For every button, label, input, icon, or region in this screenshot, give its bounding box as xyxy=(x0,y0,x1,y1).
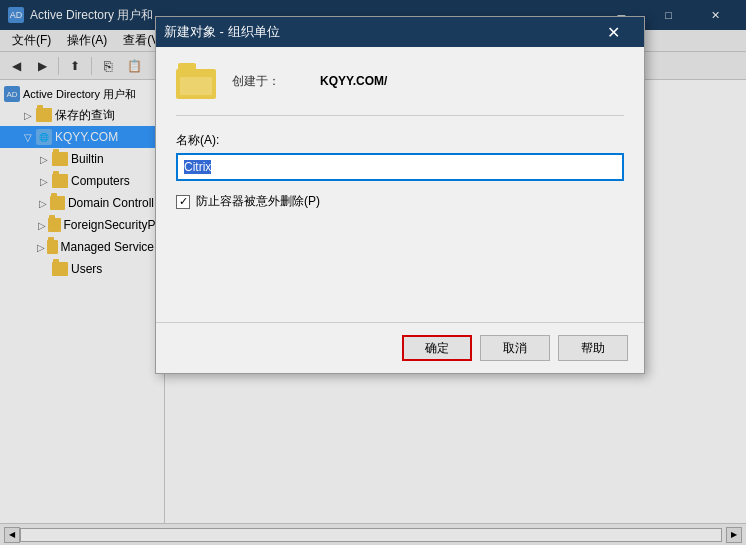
dialog-spacer xyxy=(176,226,624,306)
created-at-label: 创建于： xyxy=(232,73,280,90)
name-input[interactable] xyxy=(178,155,622,179)
modal-body: 创建于： KQYY.COM/ 名称(A): 防止容器被意外删除(P) xyxy=(156,47,644,322)
cancel-button[interactable]: 取消 xyxy=(480,335,550,361)
modal-titlebar: 新建对象 - 组织单位 ✕ xyxy=(156,17,644,47)
modal-header-section: 创建于： KQYY.COM/ xyxy=(176,63,624,116)
name-label: 名称(A): xyxy=(176,132,624,149)
modal-folder-icon xyxy=(176,63,216,99)
modal-path-info: 创建于： KQYY.COM/ xyxy=(232,73,387,90)
checkbox-label: 防止容器被意外删除(P) xyxy=(196,193,320,210)
created-at-value: KQYY.COM/ xyxy=(320,74,387,88)
modal-footer: 确定 取消 帮助 xyxy=(156,322,644,373)
modal-overlay: 新建对象 - 组织单位 ✕ 创建于： KQYY.COM/ xyxy=(0,0,746,545)
folder-shine xyxy=(180,77,212,95)
modal-close-button[interactable]: ✕ xyxy=(590,17,636,47)
name-input-wrapper xyxy=(176,153,624,181)
new-object-dialog: 新建对象 - 组织单位 ✕ 创建于： KQYY.COM/ xyxy=(155,16,645,374)
name-field-row: 名称(A): xyxy=(176,132,624,181)
protect-checkbox[interactable] xyxy=(176,195,190,209)
folder-body xyxy=(176,69,216,99)
ok-button[interactable]: 确定 xyxy=(402,335,472,361)
modal-title: 新建对象 - 组织单位 xyxy=(164,23,590,41)
help-button[interactable]: 帮助 xyxy=(558,335,628,361)
checkbox-row: 防止容器被意外删除(P) xyxy=(176,193,624,210)
